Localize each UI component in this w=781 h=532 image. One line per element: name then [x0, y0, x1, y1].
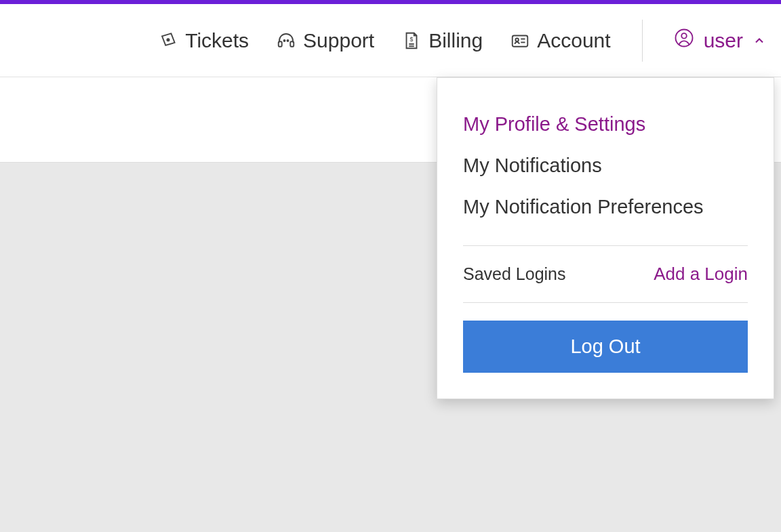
nav-billing-label: Billing: [428, 29, 483, 52]
svg-point-9: [516, 38, 519, 41]
chevron-up-icon: [753, 29, 766, 52]
nav-tickets-label: Tickets: [185, 29, 249, 52]
billing-icon: $: [401, 30, 422, 51]
dropdown-notification-preferences[interactable]: My Notification Preferences: [463, 186, 748, 228]
svg-point-4: [287, 40, 289, 41]
user-icon: [674, 28, 694, 53]
saved-logins-label: Saved Logins: [463, 264, 566, 284]
nav-account[interactable]: Account: [510, 29, 610, 52]
svg-text:$: $: [410, 36, 414, 43]
id-card-icon: [510, 30, 530, 51]
add-login-link[interactable]: Add a Login: [654, 264, 748, 285]
nav-tickets[interactable]: Tickets: [158, 29, 249, 52]
svg-point-3: [284, 40, 285, 41]
user-dropdown-menu: My Profile & Settings My Notifications M…: [437, 77, 774, 399]
top-navbar: Tickets Support $: [0, 4, 781, 77]
svg-point-0: [167, 39, 169, 41]
svg-point-13: [681, 33, 687, 39]
svg-rect-8: [513, 35, 528, 46]
headset-icon: [276, 30, 296, 51]
dropdown-my-notifications[interactable]: My Notifications: [463, 145, 748, 186]
svg-rect-2: [290, 41, 294, 47]
nav-billing[interactable]: $ Billing: [401, 29, 483, 52]
nav-support-label: Support: [303, 29, 374, 52]
user-menu-toggle[interactable]: user: [674, 28, 766, 53]
nav-divider: [642, 20, 643, 62]
dropdown-divider: [463, 245, 748, 246]
svg-rect-1: [279, 41, 282, 47]
dropdown-divider-2: [463, 302, 748, 303]
nav-account-label: Account: [537, 29, 610, 52]
ticket-icon: [158, 30, 178, 51]
nav-support[interactable]: Support: [276, 29, 374, 52]
saved-logins-row: Saved Logins Add a Login: [463, 264, 748, 285]
logout-button[interactable]: Log Out: [463, 321, 748, 373]
nav-items: Tickets Support $: [158, 20, 766, 62]
dropdown-profile-settings[interactable]: My Profile & Settings: [463, 104, 748, 145]
user-label: user: [704, 29, 743, 52]
